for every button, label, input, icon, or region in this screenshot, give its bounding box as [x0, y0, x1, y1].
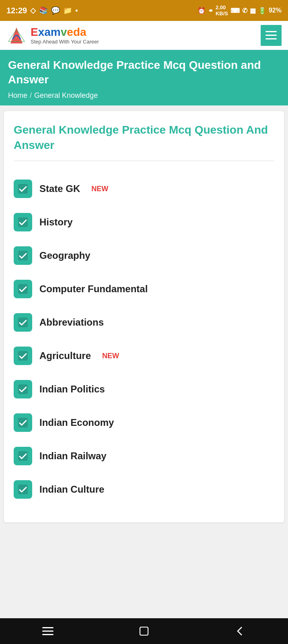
hero-title: General Knowledge Practice Mcq Question … — [8, 58, 280, 87]
breadcrumb: Home / General Knowledge — [8, 91, 280, 100]
category-item[interactable]: State GKNEW — [14, 172, 274, 206]
hamburger-line-3 — [265, 38, 277, 39]
folder-icon: 📁 — [63, 6, 72, 15]
svg-rect-14 — [42, 634, 53, 635]
sim-icon: ◇ — [30, 6, 36, 15]
category-item[interactable]: Indian Culture — [14, 473, 274, 506]
category-check-icon — [14, 180, 32, 198]
logo-container: Examveda Step Ahead With Your Career — [6, 25, 99, 45]
data-speed-icon: 2.00KB/S — [216, 4, 228, 17]
category-check-icon — [14, 213, 32, 231]
content-divider — [14, 161, 274, 161]
battery-icon: 🔋 — [258, 7, 266, 14]
breadcrumb-separator: / — [30, 91, 32, 100]
category-check-icon — [14, 246, 32, 265]
category-check-icon — [14, 413, 32, 432]
app-header: Examveda Step Ahead With Your Career — [0, 21, 288, 50]
category-list: State GKNEW History Geography Computer F… — [14, 172, 274, 506]
bottom-nav-home-icon[interactable] — [132, 619, 156, 643]
hamburger-menu-button[interactable] — [261, 25, 282, 46]
category-item[interactable]: History — [14, 206, 274, 239]
logo-name: Examveda — [31, 26, 99, 39]
category-item[interactable]: Indian Economy — [14, 406, 274, 440]
category-item[interactable]: Geography — [14, 239, 274, 272]
battery-percent: 92% — [269, 7, 282, 14]
category-label: Geography — [39, 250, 91, 261]
status-right: ⏰ ⚭ 2.00KB/S ⌨ ✆ ▩ 🔋 92% — [197, 4, 282, 17]
bottom-nav-back-icon[interactable] — [228, 619, 252, 643]
dot-icon: • — [75, 6, 78, 15]
bottom-nav — [0, 618, 288, 644]
category-label: Abbreviations — [39, 317, 104, 328]
status-time: 12:29 — [6, 6, 27, 15]
status-bar: 12:29 ◇ 📚 💬 📁 • ⏰ ⚭ 2.00KB/S ⌨ ✆ ▩ 🔋 92% — [0, 0, 288, 21]
content-title: General Knowledge Practice Mcq Question … — [14, 122, 274, 153]
bluetooth-icon: ⚭ — [208, 7, 213, 14]
breadcrumb-current-page: General Knowledge — [34, 91, 98, 100]
wifi-icon: ⌨ — [230, 7, 240, 14]
svg-rect-15 — [140, 627, 148, 635]
category-check-icon — [14, 280, 32, 298]
logo-icon — [6, 25, 27, 45]
category-item[interactable]: AgricultureNEW — [14, 339, 274, 373]
bottom-nav-menu-icon[interactable] — [36, 619, 60, 643]
status-left: 12:29 ◇ 📚 💬 📁 • — [6, 6, 78, 15]
call-icon: ✆ — [242, 7, 247, 14]
category-check-icon — [14, 447, 32, 465]
logo-text: Examveda Step Ahead With Your Career — [31, 26, 99, 45]
chat-icon: 💬 — [51, 6, 60, 15]
category-item[interactable]: Abbreviations — [14, 306, 274, 339]
category-item[interactable]: Indian Politics — [14, 373, 274, 406]
main-content: General Knowledge Practice Mcq Question … — [4, 111, 284, 523]
category-check-icon — [14, 380, 32, 398]
svg-rect-12 — [42, 627, 53, 628]
category-label: Indian Railway — [39, 450, 107, 462]
category-check-icon — [14, 313, 32, 332]
hero-banner: General Knowledge Practice Mcq Question … — [0, 50, 288, 105]
hamburger-line-2 — [265, 35, 277, 36]
new-badge: NEW — [102, 352, 119, 360]
svg-rect-13 — [42, 631, 53, 632]
breadcrumb-home-link[interactable]: Home — [8, 91, 27, 100]
category-label: State GK — [39, 183, 80, 194]
new-badge: NEW — [91, 185, 108, 193]
category-label: Indian Economy — [39, 417, 114, 428]
alarm-icon: ⏰ — [197, 7, 206, 14]
category-item[interactable]: Indian Railway — [14, 440, 274, 473]
signal-icon: ▩ — [250, 7, 256, 14]
category-label: Agriculture — [39, 350, 91, 361]
category-label: Indian Culture — [39, 484, 104, 495]
category-label: Indian Politics — [39, 384, 105, 395]
hamburger-line-1 — [265, 31, 277, 32]
category-check-icon — [14, 347, 32, 365]
category-label: Computer Fundamental — [39, 283, 148, 295]
category-label: History — [39, 217, 73, 228]
book-icon: 📚 — [39, 6, 48, 15]
category-check-icon — [14, 480, 32, 499]
category-item[interactable]: Computer Fundamental — [14, 272, 274, 306]
logo-tagline: Step Ahead With Your Career — [31, 39, 99, 45]
